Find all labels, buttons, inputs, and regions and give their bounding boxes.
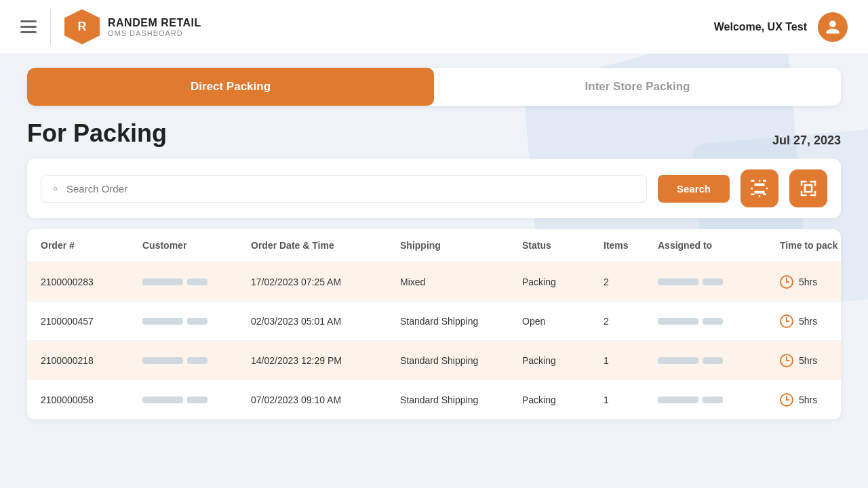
col-assigned-to: Assigned to bbox=[658, 240, 780, 251]
table-row[interactable]: 2100000283 17/02/2023 07:25 AM Mixed Pac… bbox=[27, 262, 841, 302]
cell-customer bbox=[142, 396, 251, 403]
cell-shipping: Mixed bbox=[400, 277, 522, 287]
cell-order-date: 02/03/2023 05:01 AM bbox=[251, 316, 400, 327]
clock-icon bbox=[780, 393, 793, 407]
logo-badge: R bbox=[64, 9, 100, 45]
search-input-wrap: ⚬ bbox=[41, 175, 647, 203]
cell-order-date: 14/02/2023 12:29 PM bbox=[251, 355, 400, 366]
tab-direct-packing[interactable]: Direct Packing bbox=[27, 68, 434, 106]
cell-customer bbox=[142, 357, 251, 364]
tabs-container: Direct Packing Inter Store Packing bbox=[27, 68, 841, 106]
app-header: R RANDEM RETAIL OMS DASHBOARD Welcome, U… bbox=[0, 0, 868, 54]
table-row[interactable]: 2100000457 02/03/2023 05:01 AM Standard … bbox=[27, 302, 841, 341]
col-items: Items bbox=[604, 240, 658, 251]
cell-customer bbox=[142, 279, 251, 285]
cell-assigned-to bbox=[658, 357, 780, 364]
cell-order-num: 2100000218 bbox=[41, 355, 142, 366]
tab-inter-store-packing[interactable]: Inter Store Packing bbox=[434, 68, 841, 106]
cell-order-num: 2100000283 bbox=[41, 277, 142, 287]
time-value: 5hrs bbox=[799, 316, 817, 327]
cell-customer bbox=[142, 318, 251, 325]
clock-icon bbox=[780, 275, 793, 289]
welcome-text: Welcome, UX Test bbox=[714, 21, 807, 33]
table-row[interactable]: 2100000058 07/02/2023 09:10 AM Standard … bbox=[27, 380, 841, 420]
table-header: Order # Customer Order Date & Time Shipp… bbox=[27, 229, 841, 262]
time-value: 5hrs bbox=[799, 355, 817, 366]
cell-order-date: 17/02/2023 07:25 AM bbox=[251, 277, 400, 287]
search-input[interactable] bbox=[66, 183, 637, 195]
avatar[interactable] bbox=[818, 12, 848, 42]
hamburger-menu[interactable] bbox=[20, 20, 37, 33]
col-shipping: Shipping bbox=[400, 240, 522, 251]
scan-button-1[interactable] bbox=[741, 169, 778, 207]
cell-shipping: Standard Shipping bbox=[400, 355, 522, 366]
search-icon: ⚬ bbox=[51, 182, 60, 195]
cell-status: Open bbox=[522, 316, 604, 327]
clock-icon bbox=[780, 354, 793, 367]
cell-time-to-pack: 5hrs bbox=[780, 314, 841, 328]
cell-items: 1 bbox=[604, 355, 658, 366]
cell-status: Packing bbox=[522, 277, 604, 287]
col-status: Status bbox=[522, 240, 604, 251]
search-button[interactable]: Search bbox=[658, 175, 730, 203]
time-value: 5hrs bbox=[799, 394, 817, 405]
time-value: 5hrs bbox=[799, 277, 817, 287]
logo-area: R RANDEM RETAIL OMS DASHBOARD bbox=[50, 9, 201, 45]
cell-order-num: 2100000457 bbox=[41, 316, 142, 327]
col-order-date: Order Date & Time bbox=[251, 240, 400, 251]
cell-status: Packing bbox=[522, 394, 604, 405]
cell-assigned-to bbox=[658, 396, 780, 403]
cell-items: 1 bbox=[604, 394, 658, 405]
cell-time-to-pack: 5hrs bbox=[780, 393, 841, 407]
logo-letter: R bbox=[78, 20, 87, 34]
scan-button-2[interactable] bbox=[789, 169, 827, 207]
col-order-num: Order # bbox=[41, 240, 142, 251]
orders-table: Order # Customer Order Date & Time Shipp… bbox=[27, 229, 841, 420]
cell-shipping: Standard Shipping bbox=[400, 394, 522, 405]
main-content: Direct Packing Inter Store Packing For P… bbox=[0, 68, 868, 433]
table-body: 2100000283 17/02/2023 07:25 AM Mixed Pac… bbox=[27, 262, 841, 420]
brand-name: RANDEM RETAIL bbox=[108, 17, 201, 29]
header-right: Welcome, UX Test bbox=[714, 12, 848, 42]
col-time-to-pack: Time to pack bbox=[780, 240, 841, 251]
page-title-row: For Packing Jul 27, 2023 bbox=[27, 119, 841, 148]
cell-assigned-to bbox=[658, 279, 780, 285]
cell-time-to-pack: 5hrs bbox=[780, 275, 841, 289]
page-date: Jul 27, 2023 bbox=[772, 134, 841, 148]
cell-shipping: Standard Shipping bbox=[400, 316, 522, 327]
brand-sub: OMS DASHBOARD bbox=[108, 29, 201, 37]
cell-order-num: 2100000058 bbox=[41, 394, 142, 405]
col-customer: Customer bbox=[142, 240, 251, 251]
search-row: ⚬ Search bbox=[27, 159, 841, 218]
clock-icon bbox=[780, 314, 793, 328]
cell-items: 2 bbox=[604, 316, 658, 327]
cell-time-to-pack: 5hrs bbox=[780, 354, 841, 367]
page-title: For Packing bbox=[27, 119, 167, 148]
table-row[interactable]: 2100000218 14/02/2023 12:29 PM Standard … bbox=[27, 341, 841, 380]
cell-items: 2 bbox=[604, 277, 658, 287]
cell-assigned-to bbox=[658, 318, 780, 325]
cell-status: Packing bbox=[522, 355, 604, 366]
cell-order-date: 07/02/2023 09:10 AM bbox=[251, 394, 400, 405]
brand-text: RANDEM RETAIL OMS DASHBOARD bbox=[108, 17, 201, 37]
